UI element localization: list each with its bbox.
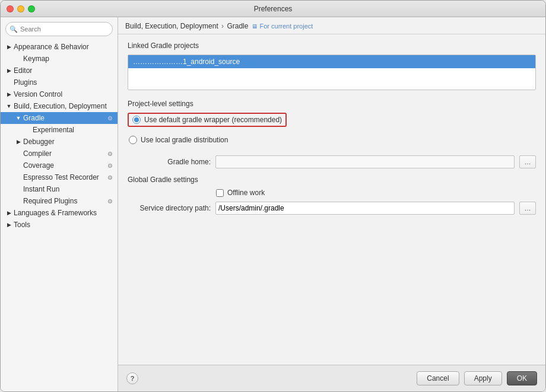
sidebar-item-label: Tools: [14, 221, 30, 229]
close-button[interactable]: [7, 5, 14, 12]
sidebar-item-instant-run[interactable]: Instant Run: [1, 183, 118, 195]
sidebar-item-label: Experimental: [33, 126, 74, 134]
minimize-button[interactable]: [17, 5, 24, 12]
arrow-icon: [15, 197, 22, 205]
sidebar-item-languages-frameworks[interactable]: ▶ Languages & Frameworks: [1, 207, 118, 219]
radio-option-local-distribution: Use local gradle distribution: [129, 134, 228, 146]
for-current-project-label: For current project: [259, 23, 313, 30]
offline-work-checkbox[interactable]: [216, 189, 224, 197]
gradle-home-browse-button[interactable]: …: [519, 155, 536, 168]
sidebar: 🔍 ▶ Appearance & Behavior Keymap ▶ Edito…: [1, 17, 118, 391]
service-dir-browse-button[interactable]: …: [519, 202, 536, 215]
arrow-icon: ▶: [5, 209, 12, 216]
main-panel: Build, Execution, Deployment › Gradle 🖥 …: [118, 17, 545, 391]
footer-left: ?: [126, 372, 138, 384]
settings-icon: ⚙: [107, 198, 113, 205]
search-input[interactable]: [5, 22, 113, 36]
settings-icon: ⚙: [107, 174, 113, 181]
window-controls: [7, 5, 35, 12]
window-title: Preferences: [254, 5, 293, 13]
titlebar: Preferences: [1, 1, 545, 17]
settings-icon: ⚙: [107, 115, 113, 122]
sidebar-nav: ▶ Appearance & Behavior Keymap ▶ Editor …: [1, 41, 118, 391]
sidebar-item-label: Build, Execution, Deployment: [14, 102, 107, 110]
radio-option-default-wrapper: Use default gradle wrapper (recommended): [128, 113, 287, 127]
sidebar-item-compiler[interactable]: Compiler ⚙: [1, 148, 118, 160]
radio-local-distribution[interactable]: [129, 136, 137, 144]
search-icon: 🔍: [9, 26, 18, 33]
global-gradle-title: Global Gradle settings: [128, 176, 536, 184]
gradle-home-input[interactable]: [215, 155, 515, 168]
cancel-button[interactable]: Cancel: [417, 371, 459, 385]
sidebar-item-label: Debugger: [23, 138, 55, 146]
breadcrumb: Build, Execution, Deployment › Gradle: [125, 22, 248, 30]
breadcrumb-part-2: Gradle: [227, 22, 248, 30]
sidebar-item-label: Gradle: [23, 114, 45, 122]
service-dir-input[interactable]: [215, 202, 515, 215]
radio-wrapper-2: Use local gradle distribution: [128, 134, 536, 149]
sidebar-item-required-plugins[interactable]: Required Plugins ⚙: [1, 195, 118, 207]
arrow-icon: [15, 55, 22, 62]
sidebar-item-version-control[interactable]: ▶ Version Control: [1, 88, 118, 100]
sidebar-item-editor[interactable]: ▶ Editor: [1, 65, 118, 77]
footer-buttons: Cancel Apply OK: [417, 371, 537, 385]
service-dir-label: Service directory path:: [128, 204, 211, 212]
sidebar-item-gradle[interactable]: ▼ Gradle ⚙: [1, 112, 118, 124]
linked-project-item[interactable]: …………………1_android_source: [128, 55, 535, 68]
arrow-icon: ▶: [5, 221, 12, 228]
panel-header: Build, Execution, Deployment › Gradle 🖥 …: [118, 17, 545, 34]
radio-wrapper-1: Use default gradle wrapper (recommended): [128, 113, 536, 130]
project-level-section: Project-level settings Use default gradl…: [128, 100, 536, 168]
sidebar-item-build-execution-deployment[interactable]: ▼ Build, Execution, Deployment: [1, 100, 118, 112]
ok-button[interactable]: OK: [507, 371, 537, 385]
for-current-project: 🖥 For current project: [252, 23, 313, 30]
gradle-home-label: Gradle home:: [128, 158, 211, 166]
arrow-icon: [15, 174, 22, 181]
search-box: 🔍: [5, 22, 113, 36]
sidebar-item-label: Keymap: [23, 55, 49, 63]
sidebar-item-label: Coverage: [23, 161, 54, 170]
footer: ? Cancel Apply OK: [118, 365, 545, 391]
sidebar-item-espresso[interactable]: Espresso Test Recorder ⚙: [1, 171, 118, 183]
sidebar-item-label: Espresso Test Recorder: [23, 173, 99, 181]
apply-button[interactable]: Apply: [464, 371, 502, 385]
breadcrumb-separator: ›: [221, 22, 226, 30]
arrow-icon: ▶: [5, 91, 12, 98]
offline-work-label: Offline work: [227, 189, 265, 197]
preferences-window: Preferences 🔍 ▶ Appearance & Behavior Ke…: [0, 0, 546, 392]
sidebar-item-label: Editor: [14, 66, 32, 75]
sidebar-item-tools[interactable]: ▶ Tools: [1, 219, 118, 231]
arrow-icon: ▶: [15, 138, 22, 145]
settings-icon: ⚙: [107, 162, 113, 169]
maximize-button[interactable]: [28, 5, 35, 12]
sidebar-item-coverage[interactable]: Coverage ⚙: [1, 160, 118, 171]
sidebar-item-label: Compiler: [23, 149, 52, 158]
arrow-icon: ▼: [5, 103, 12, 110]
panel-body: Linked Gradle projects …………………1_android_…: [118, 34, 545, 365]
sidebar-item-appearance-behavior[interactable]: ▶ Appearance & Behavior: [1, 41, 118, 53]
offline-work-row: Offline work: [128, 189, 536, 197]
sidebar-item-debugger[interactable]: ▶ Debugger: [1, 136, 118, 148]
main-content: 🔍 ▶ Appearance & Behavior Keymap ▶ Edito…: [1, 17, 545, 391]
arrow-icon: [15, 186, 22, 193]
sidebar-item-label: Appearance & Behavior: [14, 43, 89, 51]
sidebar-item-experimental[interactable]: Experimental: [1, 124, 118, 136]
sidebar-item-label: Plugins: [14, 78, 37, 87]
arrow-icon: [15, 150, 22, 157]
arrow-icon: ▶: [5, 67, 12, 74]
sidebar-item-keymap[interactable]: Keymap: [1, 53, 118, 65]
sidebar-item-plugins[interactable]: Plugins: [1, 77, 118, 88]
arrow-icon: [15, 162, 22, 169]
radio-default-wrapper-label: Use default gradle wrapper (recommended): [144, 116, 282, 124]
linked-project-empty: [128, 68, 535, 85]
radio-default-wrapper[interactable]: [132, 116, 141, 124]
arrow-icon: ▶: [5, 43, 12, 50]
sidebar-item-label: Languages & Frameworks: [14, 209, 97, 217]
service-dir-row: Service directory path: …: [128, 202, 536, 215]
arrow-icon: [5, 79, 12, 86]
linked-projects-box: …………………1_android_source: [128, 55, 536, 90]
sidebar-item-label: Instant Run: [23, 185, 59, 193]
help-button[interactable]: ?: [126, 372, 138, 384]
project-level-title: Project-level settings: [128, 100, 536, 108]
linked-gradle-title: Linked Gradle projects: [128, 42, 536, 50]
